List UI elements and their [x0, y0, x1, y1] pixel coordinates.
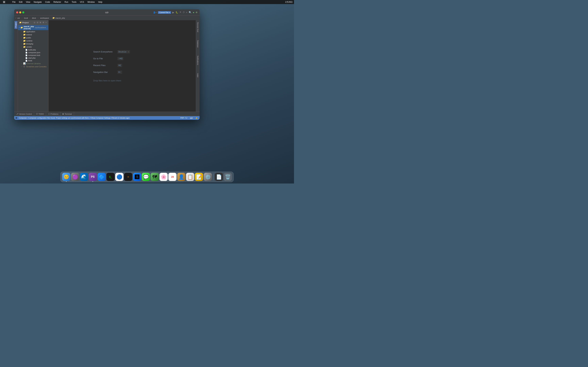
tree-item-think[interactable]: 📄 think: [18, 59, 48, 62]
menu-vcs[interactable]: VCS: [78, 0, 86, 4]
bottom-panel: ⎇ Version Control ☑ TODO ⚠ Problems ▶ Te…: [14, 112, 199, 116]
dock-contacts[interactable]: 👤: [177, 173, 185, 181]
tab-version-control[interactable]: ⎇ Version Control: [14, 112, 34, 116]
tab-todo[interactable]: ☑ TODO: [34, 112, 46, 116]
dock-trash[interactable]: 🗑️: [224, 173, 232, 181]
tree-item-build[interactable]: 📄 build.php: [18, 49, 48, 51]
navigation-bar-label: Navigation Bar: [93, 71, 115, 73]
settings-icon[interactable]: ⚙: [196, 11, 198, 14]
dock-calculator[interactable]: =: [124, 173, 132, 181]
collapse-icon[interactable]: ⊟: [36, 21, 39, 24]
nav-workspace[interactable]: workspace: [39, 17, 50, 19]
menu-file[interactable]: File: [11, 0, 17, 4]
project-path: /usr/local/deve/workspace/m: [35, 27, 48, 29]
dock-edge[interactable]: 🌊: [80, 173, 88, 181]
search-icon[interactable]: 🔍: [189, 11, 191, 14]
dock-launchpad[interactable]: 🟣: [71, 173, 79, 181]
nav-local[interactable]: local: [23, 17, 29, 19]
dock-notes[interactable]: 📝: [195, 173, 203, 181]
tab-terminal[interactable]: ▶ Terminal: [61, 112, 74, 116]
menu-view[interactable]: View: [25, 0, 32, 4]
dock-phpstorm[interactable]: PS: [89, 173, 97, 181]
current-file-button[interactable]: Current File ▾: [158, 11, 171, 14]
tree-item-public[interactable]: › 📁 public: [18, 36, 48, 39]
goto-file-label: Go to File: [93, 57, 115, 60]
person-icon[interactable]: 👤▾: [153, 11, 156, 14]
tree-item-runtime[interactable]: › 📁 runtime: [18, 39, 48, 42]
terminal-icon: ▶: [63, 113, 64, 115]
tree-item-scratches[interactable]: › 🗒 Scratches and Consoles: [18, 65, 48, 68]
vtab-project[interactable]: Project: [15, 21, 17, 29]
tree-item-composer-lock[interactable]: 📄 composer.lock: [18, 54, 48, 57]
menu-tools[interactable]: Tools: [70, 0, 78, 4]
nav-bar: / usr › local › deve › workspace › 📁 mac…: [14, 16, 199, 20]
dock-reminders[interactable]: 📋: [186, 173, 194, 181]
close-panel-icon[interactable]: ×: [45, 21, 47, 24]
menu-window[interactable]: Window: [86, 0, 96, 4]
menu-refactor[interactable]: Refactor: [52, 0, 62, 4]
dock-maps[interactable]: 🗺: [151, 173, 159, 181]
nav-deve[interactable]: deve: [31, 17, 37, 19]
menu-edit[interactable]: Edit: [17, 0, 24, 4]
drop-text: Drop files here to open them: [93, 79, 121, 82]
minimize-button[interactable]: [19, 11, 21, 13]
close-button[interactable]: [16, 11, 18, 13]
dock-separator: [213, 174, 214, 180]
dock-sysprefs[interactable]: ⚙️: [204, 173, 212, 181]
menu-code[interactable]: Code: [44, 0, 51, 4]
maximize-button[interactable]: [22, 11, 24, 13]
menubar: ⌘ File Edit View Navigate Code Refactor …: [0, 0, 294, 4]
menu-run[interactable]: Run: [63, 0, 69, 4]
tree-item-composer-json[interactable]: 📄 composer.json: [18, 51, 48, 54]
debug-icon[interactable]: 🐛: [176, 11, 178, 14]
dock-sourcetree[interactable]: 🔷: [98, 173, 106, 181]
apple-menu[interactable]: ⌘: [1, 0, 7, 4]
tree-item-thinkphp[interactable]: › 📁 thinkphp: [18, 42, 48, 45]
tree-item-application[interactable]: › 📁 application: [18, 30, 48, 33]
vtab-database[interactable]: Database: [196, 39, 199, 49]
locate-icon[interactable]: ◎: [33, 21, 36, 24]
left-vtabs: Project: [14, 20, 18, 112]
sidebar-header-icons: ◎ ⊟ ⊞ ⚙ ×: [33, 21, 47, 24]
welcome-item-recent: Recent Files ⌘E: [93, 64, 151, 67]
vtab-remote-host[interactable]: Remote Host: [196, 21, 199, 33]
dock-calendar[interactable]: 29: [168, 173, 177, 181]
welcome-drop: Drop files here to open them: [93, 79, 151, 82]
dock-appstore[interactable]: 🅰: [133, 173, 141, 181]
tree-item-external-libraries[interactable]: › 📊 External Libraries: [18, 62, 48, 65]
project-root[interactable]: ▼ 📁 macvk_php [macvk] /usr/local/deve/wo…: [18, 25, 48, 30]
tab-problems[interactable]: ⚠ Problems: [46, 112, 61, 116]
main-area: Project 📁 Project ◎ ⊟ ⊞ ⚙ × ▼ 📁 macvk_: [14, 20, 199, 112]
nav-usr[interactable]: usr: [17, 17, 21, 19]
menu-help[interactable]: Help: [97, 0, 104, 4]
navigation-bar-shortcut: ⌘↑: [117, 70, 122, 74]
dock-photos[interactable]: 🌸: [160, 173, 168, 181]
menubar-right: 2月29日: [285, 1, 293, 4]
welcome-screen: Search Everywhere Double ⇧ Go to File ⇧⌘…: [49, 20, 196, 112]
dock-chrome[interactable]: 🔵: [115, 173, 123, 181]
menu-app[interactable]: [8, 2, 10, 2]
run-icon[interactable]: ▶: [172, 11, 174, 14]
tree-item-start[interactable]: 📄 start.php: [18, 57, 48, 59]
more-icon[interactable]: ≡: [186, 11, 187, 14]
profile-icon[interactable]: ⏱: [183, 11, 185, 14]
welcome-item-goto: Go to File ⇧⌘O: [93, 57, 151, 60]
recent-files-label: Recent Files: [93, 64, 115, 67]
dock-script[interactable]: 📄: [215, 173, 223, 181]
menu-navigate[interactable]: Navigate: [32, 0, 43, 4]
dock-messages[interactable]: 💬: [142, 173, 150, 181]
nav-macvk-php[interactable]: 📁 macvk_php: [52, 17, 65, 19]
dock-terminal[interactable]: $_: [106, 173, 115, 181]
vtab-notifications[interactable]: Notifications: [196, 54, 199, 66]
tree-item-vendor[interactable]: › 📁 vendor: [18, 45, 48, 49]
coverage-icon[interactable]: ☂: [180, 11, 181, 14]
nav-root-icon[interactable]: /: [16, 17, 16, 19]
title-bar: qqb 👤▾ Current File ▾ ▶ 🐛 ☂ ⏱ ≡ 🔍 ● ⚙: [14, 9, 199, 16]
gear-icon[interactable]: ⚙: [42, 21, 44, 24]
tree-item-extend[interactable]: › 📁 extend: [18, 33, 48, 36]
lock-icon: 🔒: [195, 117, 198, 119]
dock-finder[interactable]: 😊: [62, 173, 70, 181]
expand-icon[interactable]: ⊞: [39, 21, 42, 24]
vtab-make[interactable]: make: [196, 72, 199, 79]
version-control-icon: ⎇: [16, 113, 18, 115]
